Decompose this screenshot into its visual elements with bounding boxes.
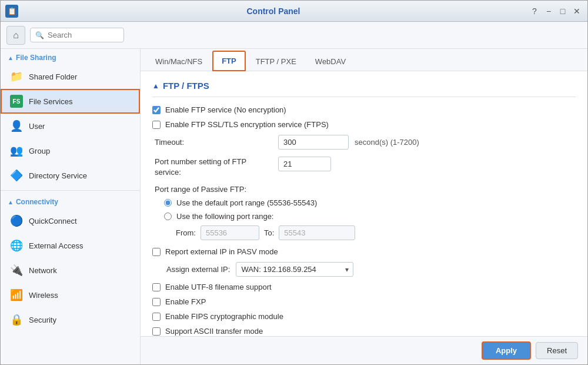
help-button[interactable]: ? — [529, 5, 540, 17]
window-controls: ? − □ ✕ — [529, 5, 583, 17]
ascii-label[interactable]: Support ASCII transfer mode — [165, 327, 263, 336]
sidebar: ▲ File Sharing 📁 Shared Folder FS File S… — [1, 49, 141, 364]
radio-default-label[interactable]: Use the default port range (55536-55543) — [176, 198, 317, 207]
network-icon: 🔌 — [10, 264, 23, 277]
user-label: User — [29, 122, 45, 131]
sidebar-item-security[interactable]: 🔒 Security — [1, 307, 140, 332]
enable-ftp-label[interactable]: Enable FTP service (No encryption) — [165, 105, 286, 114]
sidebar-item-group[interactable]: 👥 Group — [1, 138, 140, 163]
tab-tftp-pxe[interactable]: TFTP / PXE — [247, 52, 305, 71]
file-services-label: File Services — [29, 97, 72, 106]
quickconnect-label: QuickConnect — [29, 217, 77, 225]
fxp-label[interactable]: Enable FXP — [165, 297, 206, 306]
reset-button[interactable]: Reset — [536, 342, 578, 359]
timeout-input[interactable] — [278, 135, 349, 150]
tab-webdav[interactable]: WebDAV — [306, 52, 355, 71]
sidebar-item-shared-folder[interactable]: 📁 Shared Folder — [1, 64, 140, 89]
search-input[interactable] — [48, 31, 119, 39]
timeout-row: Timeout: second(s) (1-7200) — [152, 135, 576, 150]
section-arrow-icon: ▲ — [152, 82, 159, 90]
timeout-label: Timeout: — [155, 138, 272, 147]
external-access-icon: 🌐 — [10, 239, 23, 252]
enable-ftp-checkbox[interactable] — [152, 106, 161, 114]
sidebar-item-external-access[interactable]: 🌐 External Access — [1, 233, 140, 258]
connectivity-arrow-icon: ▲ — [8, 199, 14, 205]
fips-row: Enable FIPS cryptographic module — [152, 312, 576, 321]
report-external-ip-label[interactable]: Report external IP in PASV mode — [165, 247, 278, 256]
from-input[interactable] — [201, 225, 259, 240]
shared-folder-label: Shared Folder — [29, 72, 77, 81]
main-content: ▲ File Sharing 📁 Shared Folder FS File S… — [1, 49, 587, 364]
radio-custom-row: Use the following port range: — [152, 212, 576, 221]
home-icon: ⌂ — [13, 30, 19, 41]
toolbar: ⌂ 🔍 — [1, 22, 587, 49]
directory-service-label: Directory Service — [29, 171, 87, 180]
utf8-label[interactable]: Enable UTF-8 filename support — [165, 283, 272, 291]
radio-custom[interactable] — [164, 213, 172, 220]
wan-select[interactable]: WAN: 192.168.59.254 — [236, 262, 353, 277]
shared-folder-icon: 📁 — [10, 70, 23, 83]
sidebar-item-wireless[interactable]: 📶 Wireless — [1, 283, 140, 307]
logo-icon: 📋 — [8, 7, 16, 15]
tab-win-mac-nfs[interactable]: Win/Mac/NFS — [146, 52, 211, 71]
quickconnect-icon: 🔵 — [10, 214, 23, 227]
sidebar-divider-1 — [1, 190, 140, 191]
security-label: Security — [29, 316, 56, 324]
connectivity-label: Connectivity — [16, 198, 58, 206]
group-icon: 👥 — [10, 144, 23, 157]
connectivity-header: ▲ Connectivity — [1, 193, 140, 208]
wan-select-wrapper: WAN: 192.168.59.254 — [236, 262, 353, 277]
network-label: Network — [29, 266, 57, 275]
port-label: Port number setting of FTP service: — [155, 157, 272, 178]
arrow-icon: ▲ — [8, 55, 14, 61]
maximize-button[interactable]: □ — [557, 5, 569, 17]
fips-checkbox[interactable] — [152, 313, 161, 321]
sidebar-item-directory-service[interactable]: 🔷 Directory Service — [1, 163, 140, 188]
enable-ftps-checkbox[interactable] — [152, 121, 161, 129]
apply-button[interactable]: Apply — [482, 341, 531, 360]
tab-ftp[interactable]: FTP — [212, 51, 246, 71]
report-external-ip-row: Report external IP in PASV mode — [152, 247, 576, 256]
search-icon: 🔍 — [35, 31, 44, 39]
port-input[interactable] — [278, 157, 331, 171]
to-input[interactable] — [279, 225, 355, 240]
ascii-checkbox[interactable] — [152, 327, 161, 336]
fxp-checkbox[interactable] — [152, 298, 161, 306]
search-box: 🔍 — [30, 28, 124, 42]
file-services-icon: FS — [10, 95, 23, 108]
fips-label[interactable]: Enable FIPS cryptographic module — [165, 312, 283, 321]
from-to-row: From: To: — [152, 225, 576, 240]
main-window: 📋 Control Panel ? − □ ✕ ⌂ 🔍 ▲ File Shari… — [0, 0, 588, 365]
sidebar-item-quickconnect[interactable]: 🔵 QuickConnect — [1, 208, 140, 233]
bottom-bar: Apply Reset — [141, 336, 587, 364]
port-row: Port number setting of FTP service: — [152, 157, 576, 178]
directory-service-icon: 🔷 — [10, 169, 23, 182]
window-title: Control Panel — [18, 6, 529, 16]
sidebar-item-network[interactable]: 🔌 Network — [1, 258, 140, 283]
home-button[interactable]: ⌂ — [6, 26, 25, 45]
radio-default-row: Use the default port range (55536-55543) — [152, 198, 576, 207]
group-label: Group — [29, 147, 50, 155]
timeout-unit: second(s) (1-7200) — [355, 138, 419, 147]
passive-label: Port range of Passive FTP: — [152, 185, 576, 194]
from-label: From: — [176, 228, 196, 237]
security-icon: 🔒 — [10, 313, 23, 326]
section-title: ▲ FTP / FTPS — [152, 81, 576, 97]
radio-custom-label[interactable]: Use the following port range: — [176, 212, 273, 221]
enable-ftps-label[interactable]: Enable FTP SSL/TLS encryption service (F… — [165, 120, 329, 129]
to-label: To: — [264, 228, 274, 237]
titlebar-left: 📋 — [5, 5, 18, 18]
app-logo: 📋 — [5, 5, 18, 18]
assign-external-ip-label: Assign external IP: — [166, 265, 230, 274]
radio-default[interactable] — [164, 199, 172, 207]
file-sharing-header: ▲ File Sharing — [1, 49, 140, 64]
minimize-button[interactable]: − — [543, 5, 554, 17]
utf8-checkbox[interactable] — [152, 283, 161, 291]
report-external-ip-checkbox[interactable] — [152, 248, 161, 256]
sidebar-item-file-services[interactable]: FS File Services — [1, 89, 140, 114]
user-icon: 👤 — [10, 120, 23, 132]
ftp-panel: ▲ FTP / FTPS Enable FTP service (No encr… — [141, 71, 587, 336]
external-access-label: External Access — [29, 241, 83, 250]
sidebar-item-user[interactable]: 👤 User — [1, 114, 140, 138]
close-button[interactable]: ✕ — [571, 5, 583, 17]
